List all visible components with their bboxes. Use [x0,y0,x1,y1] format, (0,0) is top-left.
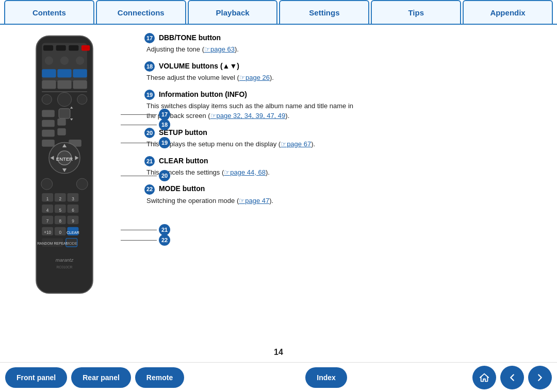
svg-text:5: 5 [59,208,62,213]
svg-rect-23 [57,118,65,126]
home-icon [479,372,490,383]
nav-settings[interactable]: Settings [279,0,369,24]
svg-text:MODE: MODE [65,241,77,246]
svg-rect-19 [42,110,55,117]
desc-body-17: Adjusting the tone (☞page 63). [144,44,547,55]
nav-tips[interactable]: Tips [371,0,461,24]
svg-rect-25 [42,130,55,137]
link-20[interactable]: ☞page 67 [281,140,311,148]
annotation-20: 20 [121,170,170,181]
bottom-navigation: Front panel Rear panel Remote Index [0,362,557,392]
svg-rect-14 [73,80,87,89]
desc-title-17: DBB/TONE button [159,33,221,42]
nav-appendix[interactable]: Appendix [463,0,553,24]
circle-num-19: 19 [144,90,155,100]
desc-item-18: 18 VOLUME buttons (▲▼) These adjust the … [144,61,547,83]
page-number: 14 [274,348,283,357]
svg-rect-12 [42,80,56,89]
descriptions-panel: 17 DBB/TONE button Adjusting the tone (☞… [129,30,547,359]
front-panel-button[interactable]: Front panel [5,367,67,388]
svg-rect-20 [59,109,70,118]
svg-point-36 [41,178,53,190]
nav-playback[interactable]: Playback [188,0,278,24]
annotation-21: 21 [121,224,170,235]
annotation-19: 19 [121,137,170,148]
svg-text:8: 8 [59,219,62,224]
remote-button[interactable]: Remote [135,367,184,388]
desc-title-22: MODE button [159,184,205,193]
svg-rect-2 [43,45,53,51]
svg-text:RC010CR: RC010CR [56,265,72,269]
svg-text:CLEAR: CLEAR [67,230,80,235]
link-19[interactable]: ☞page 32, 34, 39, 47, 49 [210,112,286,120]
svg-rect-4 [69,45,78,51]
link-18[interactable]: ☞page 26 [239,74,270,81]
nav-contents[interactable]: Contents [4,0,94,24]
desc-item-19: 19 Information button (INFO) This switch… [144,89,547,121]
desc-body-20: This displays the setup menu on the disp… [144,139,547,149]
desc-body-18: These adjust the volume level (☞page 26)… [144,73,547,83]
svg-text:9: 9 [72,219,74,224]
svg-text:RANDOM REPEAT: RANDOM REPEAT [37,242,68,245]
desc-item-17: 17 DBB/TONE button Adjusting the tone (☞… [144,32,547,55]
forward-icon [534,372,546,383]
svg-rect-10 [57,69,71,77]
svg-text:3: 3 [72,197,74,201]
back-icon [506,372,518,383]
svg-point-37 [76,178,88,190]
desc-title-19: Information button (INFO) [159,90,247,98]
remote-image-area: ENTER [10,30,129,359]
top-navigation: Contents Connections Playback Settings T… [0,0,557,25]
circle-num-22: 22 [144,184,155,195]
desc-body-21: This cancels the settings (☞page 44, 68)… [144,167,547,178]
link-22[interactable]: ☞page 47 [239,197,269,204]
desc-item-20: 20 SETUP button This displays the setup … [144,127,547,149]
annotation-17: 17 [121,109,170,120]
annotation-18: 18 [121,119,170,130]
link-17[interactable]: ☞page 63 [204,45,235,53]
desc-body-22: Switching the operation mode (☞page 47). [144,196,547,206]
forward-button[interactable] [528,366,552,389]
home-button[interactable] [472,366,496,389]
circle-num-17: 17 [144,33,155,43]
svg-text:2: 2 [59,197,62,201]
circle-num-18: 18 [144,61,155,72]
svg-rect-27 [42,140,55,147]
rear-panel-button[interactable]: Rear panel [71,367,131,388]
desc-item-21: 21 CLEAR button This cancels the setting… [144,156,547,178]
index-button[interactable]: Index [305,367,347,388]
svg-text:4: 4 [46,208,49,213]
svg-point-6 [45,57,53,65]
svg-rect-26 [57,128,65,135]
remote-svg: ENTER [18,32,111,300]
svg-rect-5 [81,45,90,51]
circle-num-21: 21 [144,156,155,166]
annotation-22: 22 [121,234,170,246]
svg-point-18 [77,94,87,104]
svg-rect-9 [42,69,56,77]
nav-connections[interactable]: Connections [96,0,186,24]
svg-point-7 [60,57,69,65]
svg-text:ENTER: ENTER [56,156,73,162]
svg-point-16 [42,94,52,104]
svg-text:marantz: marantz [56,257,74,263]
svg-text:6: 6 [72,208,74,213]
desc-item-22: 22 MODE button Switching the operation m… [144,183,547,206]
remote-container: ENTER [18,32,121,321]
svg-text:+10: +10 [44,230,51,235]
desc-body-19: This switches display items such as the … [144,101,547,121]
svg-point-17 [57,92,71,106]
svg-text:0: 0 [59,230,62,235]
main-content: ENTER [0,25,557,361]
svg-rect-3 [56,45,66,51]
back-button[interactable] [500,366,524,389]
svg-text:7: 7 [46,219,49,224]
desc-title-18: VOLUME buttons (▲▼) [159,62,239,70]
svg-rect-22 [42,120,55,127]
link-21[interactable]: ☞page 44, 68 [224,168,266,176]
svg-rect-13 [57,80,71,89]
svg-point-8 [76,57,84,65]
desc-title-21: CLEAR button [159,157,208,165]
svg-rect-11 [73,69,87,77]
svg-text:1: 1 [46,197,49,201]
